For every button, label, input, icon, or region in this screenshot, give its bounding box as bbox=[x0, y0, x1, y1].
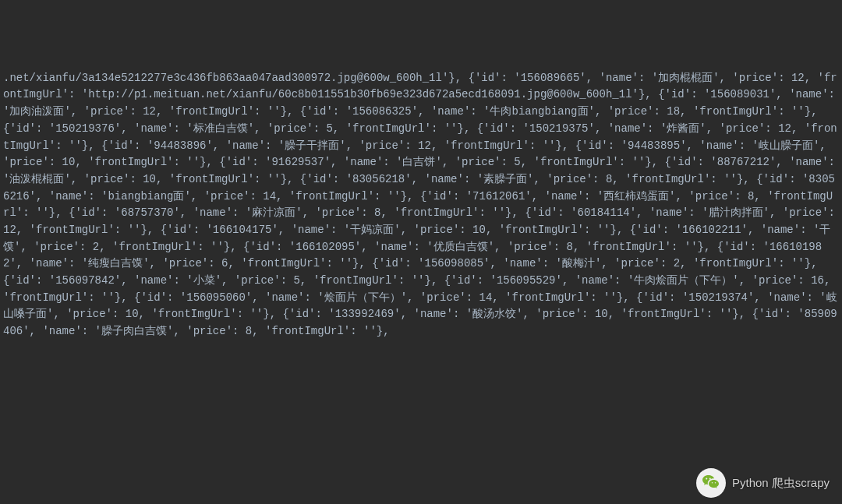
watermark: Python 爬虫scrapy bbox=[696, 468, 830, 498]
console-output: .net/xianfu/3a134e5212277e3c436fb863aa04… bbox=[3, 70, 839, 340]
watermark-text: Python 爬虫scrapy bbox=[732, 474, 830, 492]
wechat-icon bbox=[696, 468, 726, 498]
